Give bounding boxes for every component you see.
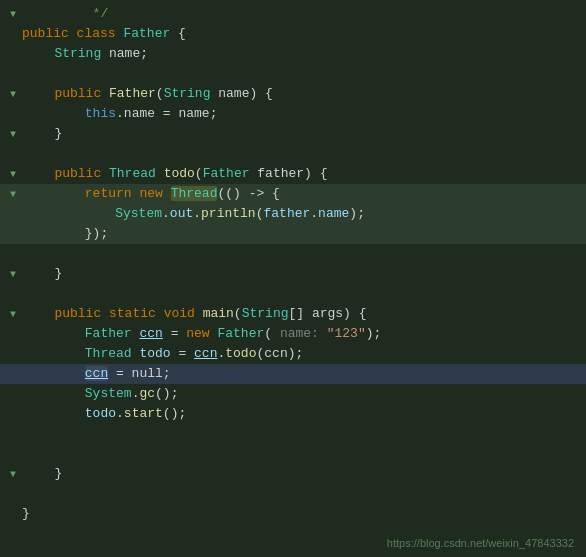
token: */ xyxy=(85,6,108,21)
indent-dots xyxy=(22,228,83,240)
indent-dots xyxy=(22,128,52,140)
code-line: System.gc(); xyxy=(0,384,586,404)
token: return xyxy=(85,186,140,201)
code-tokens: public Father(String name) { xyxy=(54,84,272,104)
code-editor: ▼ */public class Father { String name;▼ … xyxy=(0,0,586,557)
code-line: Father ccn = new Father( name: "123"); xyxy=(0,324,586,344)
token: .name = name; xyxy=(116,106,217,121)
code-tokens: System.gc(); xyxy=(85,384,179,404)
code-line: ▼ } xyxy=(0,464,586,484)
code-line xyxy=(0,64,586,84)
code-line xyxy=(0,144,586,164)
token: = null; xyxy=(108,366,170,381)
token: public xyxy=(54,86,109,101)
indent-dots xyxy=(22,308,52,320)
token: todo xyxy=(164,166,195,181)
token: todo xyxy=(139,346,170,361)
token: new xyxy=(186,326,217,341)
token: } xyxy=(22,506,30,521)
code-tokens: }); xyxy=(85,224,108,244)
token: ); xyxy=(349,206,365,221)
token: System xyxy=(115,206,162,221)
token: } xyxy=(54,466,62,481)
token: String xyxy=(54,46,101,61)
token: ); xyxy=(366,326,382,341)
code-line: this.name = name; xyxy=(0,104,586,124)
indent-dots xyxy=(22,168,52,180)
code-tokens: } xyxy=(54,124,62,144)
code-tokens: } xyxy=(54,464,62,484)
code-line: ▼ return new Thread(() -> { xyxy=(0,184,586,204)
token: name xyxy=(318,206,349,221)
token: Thread xyxy=(85,346,140,361)
code-tokens: return new Thread(() -> { xyxy=(85,184,280,204)
code-tokens: public Thread todo(Father father) { xyxy=(54,164,327,184)
indent-dots xyxy=(22,48,52,60)
code-line: }); xyxy=(0,224,586,244)
token: ccn xyxy=(139,326,162,341)
token xyxy=(156,166,164,181)
gutter-icon: ▼ xyxy=(4,169,22,180)
code-line: ccn = null; xyxy=(0,364,586,384)
token: }); xyxy=(85,226,108,241)
code-line: System.out.println(father.name); xyxy=(0,204,586,224)
token: ( xyxy=(156,86,164,101)
indent-dots xyxy=(22,208,113,220)
token: ( xyxy=(234,306,242,321)
token: { xyxy=(170,26,186,41)
token: main xyxy=(203,306,234,321)
indent-dots xyxy=(22,408,83,420)
token: this xyxy=(85,106,116,121)
code-tokens: } xyxy=(22,504,30,524)
token: (ccn); xyxy=(256,346,303,361)
token: [] args) { xyxy=(288,306,366,321)
code-line: ▼ public Thread todo(Father father) { xyxy=(0,164,586,184)
code-tokens: public static void main(String[] args) { xyxy=(54,304,366,324)
token: class xyxy=(77,26,124,41)
token: . xyxy=(116,406,124,421)
gutter-icon: ▼ xyxy=(4,89,22,100)
code-tokens: Thread todo = ccn.todo(ccn); xyxy=(85,344,303,364)
code-line: ▼ } xyxy=(0,264,586,284)
code-tokens: public class Father { xyxy=(22,24,186,44)
token: . xyxy=(310,206,318,221)
code-tokens: ccn = null; xyxy=(85,364,171,384)
token: start xyxy=(124,406,163,421)
token: Father xyxy=(203,166,250,181)
token: new xyxy=(139,186,170,201)
indent-dots xyxy=(22,328,83,340)
code-tokens: } xyxy=(54,264,62,284)
code-line: ▼ public Father(String name) { xyxy=(0,84,586,104)
token: public xyxy=(54,306,109,321)
code-line: ▼ */ xyxy=(0,4,586,24)
indent-dots xyxy=(22,268,52,280)
indent-dots xyxy=(22,368,83,380)
token: out xyxy=(170,206,193,221)
token: println xyxy=(201,206,256,221)
code-line xyxy=(0,424,586,444)
token: father) { xyxy=(249,166,327,181)
token: } xyxy=(54,266,62,281)
indent-dots xyxy=(22,88,52,100)
token: Father xyxy=(217,326,264,341)
token: . xyxy=(193,206,201,221)
token: static xyxy=(109,306,164,321)
token: ( xyxy=(195,166,203,181)
gutter-icon: ▼ xyxy=(4,9,22,20)
code-tokens: System.out.println(father.name); xyxy=(115,204,365,224)
code-tokens: */ xyxy=(85,4,108,24)
token: father xyxy=(263,206,310,221)
token: name; xyxy=(101,46,148,61)
gutter-icon: ▼ xyxy=(4,309,22,320)
token: Thread xyxy=(109,166,156,181)
token: Thread xyxy=(171,186,218,201)
code-line: } xyxy=(0,504,586,524)
code-tokens: this.name = name; xyxy=(85,104,218,124)
token: "123" xyxy=(327,326,366,341)
indent-dots xyxy=(22,388,83,400)
code-line: String name; xyxy=(0,44,586,64)
code-line: ▼ public static void main(String[] args)… xyxy=(0,304,586,324)
token: todo xyxy=(225,346,256,361)
indent-dots xyxy=(22,468,52,480)
token: name: xyxy=(272,326,327,341)
